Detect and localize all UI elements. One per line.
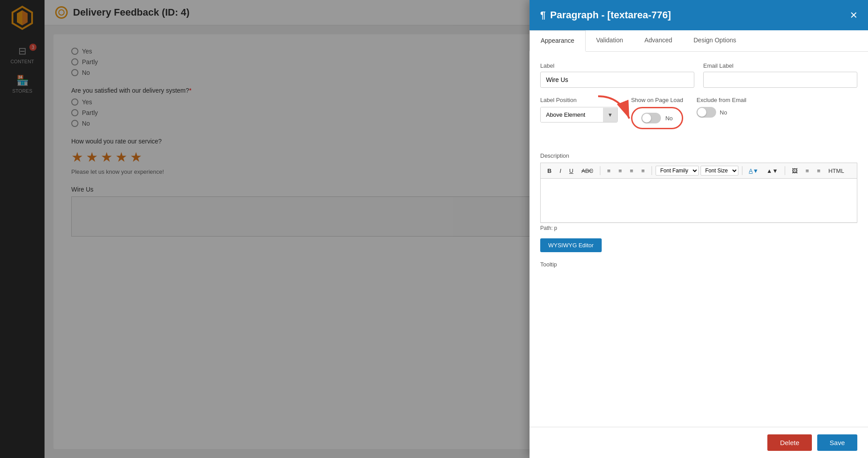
html-button[interactable]: HTML (825, 166, 847, 176)
paragraph-icon: ¶ (540, 9, 546, 21)
label-row: Label Email Label (540, 62, 857, 88)
radio-label: No (82, 120, 90, 127)
radio-label: Partly (82, 58, 98, 65)
label-field: Label (540, 62, 694, 88)
align-left-button[interactable]: ≡ (604, 166, 614, 176)
editor-area[interactable] (540, 178, 857, 223)
stores-icon: 🏪 (16, 75, 29, 86)
sidebar-item-stores[interactable]: 🏪 STORES (0, 70, 45, 99)
sidebar-item-content[interactable]: ⊟ 3 CONTENT (0, 40, 45, 70)
delete-button[interactable]: Delete (767, 434, 811, 451)
modal-tabs: Appearance Validation Advanced Design Op… (530, 30, 868, 52)
modal-body: Label Email Label Label Position Above E… (530, 52, 868, 427)
radio-circle (71, 69, 78, 76)
label-input[interactable] (540, 72, 694, 88)
label-field-label: Label (540, 62, 694, 69)
email-label-field-label: Email Label (703, 62, 857, 69)
star-5[interactable]: ★ (130, 149, 142, 165)
radio-circle (71, 98, 78, 106)
strikethrough-button[interactable]: ABC (578, 166, 596, 176)
wysiwyg-editor-button[interactable]: WYSIWYG Editor (540, 238, 602, 252)
align-center-button[interactable]: ≡ (615, 166, 625, 176)
font-color-button[interactable]: A▼ (746, 166, 762, 176)
exclude-from-email-row: No (697, 107, 746, 118)
bold-button[interactable]: B (544, 166, 554, 176)
star-4[interactable]: ★ (115, 149, 127, 165)
content-badge: 3 (29, 44, 37, 51)
modal-title: ¶ Paragraph - [textarea-776] (540, 9, 671, 21)
svg-marker-2 (22, 10, 28, 25)
tab-advanced[interactable]: Advanced (634, 30, 683, 51)
toolbar-divider-3 (742, 166, 742, 175)
sidebar-item-content-label: CONTENT (10, 59, 34, 64)
exclude-from-email-toggle[interactable] (697, 107, 716, 118)
star-3[interactable]: ★ (101, 149, 113, 165)
toolbar-divider-2 (652, 166, 652, 175)
modal-footer: Delete Save (530, 427, 868, 458)
tab-validation[interactable]: Validation (586, 30, 634, 51)
exclude-from-email-label: Exclude from Email (697, 97, 746, 103)
content-icon: ⊟ (18, 45, 26, 57)
radio-label: No (82, 69, 90, 76)
ol-button[interactable]: ≡ (814, 166, 823, 176)
ul-button[interactable]: ≡ (803, 166, 812, 176)
sidebar-item-stores-label: STORES (12, 88, 32, 94)
radio-label: Yes (82, 98, 92, 106)
editor-toolbar: B I U ABC ≡ ≡ ≡ ≡ Font Family Font Size … (540, 163, 857, 178)
radio-label: Yes (82, 48, 92, 55)
radio-circle (71, 109, 78, 116)
radio-circle (71, 58, 78, 65)
description-label: Description (540, 152, 857, 159)
save-button[interactable]: Save (817, 434, 857, 451)
label-position-select-wrap: Above Element ▼ (540, 107, 618, 123)
radio-circle (71, 120, 78, 127)
editor-path: Path: p (540, 223, 857, 233)
align-right-button[interactable]: ≡ (627, 166, 636, 176)
email-label-field: Email Label (703, 62, 857, 88)
radio-label: Partly (82, 109, 98, 116)
star-1[interactable]: ★ (71, 149, 83, 165)
show-on-page-load-toggle[interactable] (641, 113, 661, 123)
page-title: Delivery Feedback (ID: 4) (73, 7, 190, 18)
modal-close-button[interactable]: × (850, 8, 857, 22)
label-position-select[interactable]: Above Element (541, 107, 603, 122)
svg-marker-1 (17, 10, 22, 25)
italic-button[interactable]: I (556, 166, 564, 176)
exclude-from-email-value: No (720, 109, 727, 116)
tooltip-label: Tooltip (540, 261, 857, 268)
label-position-label: Label Position (540, 97, 618, 103)
toolbar-divider-4 (785, 166, 785, 175)
font-family-select[interactable]: Font Family (656, 166, 699, 176)
page-status-icon (55, 6, 68, 19)
tab-appearance[interactable]: Appearance (530, 30, 586, 52)
show-on-page-load-block: Show on Page Load No (631, 97, 683, 129)
align-justify-button[interactable]: ≡ (638, 166, 648, 176)
image-button[interactable]: 🖼 (789, 166, 801, 176)
modal-title-text: Paragraph - [textarea-776] (550, 9, 671, 21)
description-section: Description B I U ABC ≡ ≡ ≡ ≡ Font Famil… (540, 152, 857, 252)
star-2[interactable]: ★ (86, 149, 98, 165)
position-row: Label Position Above Element ▼ Show on P… (540, 97, 857, 129)
select-arrow-icon[interactable]: ▼ (603, 108, 617, 122)
highlight-button[interactable]: ▲▼ (763, 166, 781, 176)
tab-design-options[interactable]: Design Options (683, 30, 747, 51)
show-on-page-load-highlight: No (631, 107, 683, 129)
sidebar: ⊟ 3 CONTENT 🏪 STORES (0, 0, 45, 458)
toolbar-divider-1 (600, 166, 600, 175)
underline-button[interactable]: U (566, 166, 576, 176)
email-label-input[interactable] (703, 72, 857, 88)
modal-header: ¶ Paragraph - [textarea-776] × (530, 0, 868, 30)
radio-circle (71, 48, 78, 55)
exclude-from-email-block: Exclude from Email No (697, 97, 746, 118)
magento-logo-icon (9, 4, 36, 31)
font-size-select[interactable]: Font Size (701, 166, 738, 176)
modal-panel: ¶ Paragraph - [textarea-776] × Appearanc… (530, 0, 868, 458)
required-marker: * (189, 87, 192, 94)
show-on-page-load-label: Show on Page Load (631, 97, 683, 103)
label-position-block: Label Position Above Element ▼ (540, 97, 618, 123)
show-on-page-load-value: No (665, 115, 673, 122)
